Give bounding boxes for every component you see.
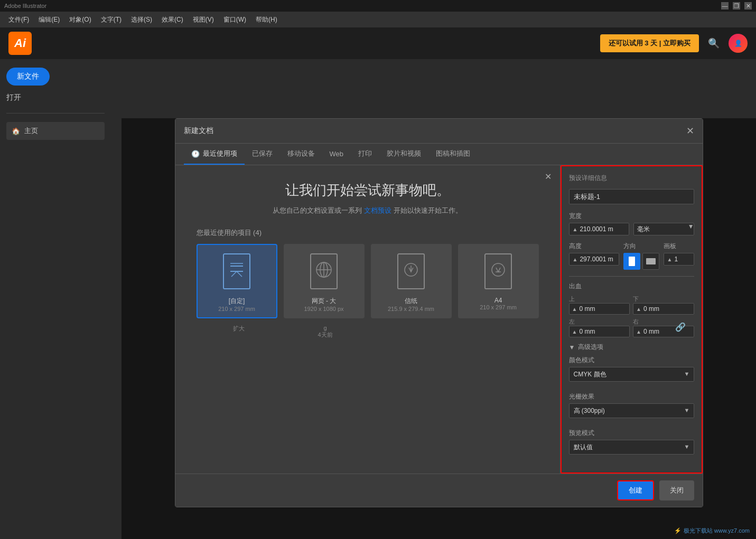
height-orient-row: 高度 ▲ 方向 — [569, 242, 694, 270]
width-input[interactable] — [580, 225, 626, 233]
a4-item-name: A4 — [494, 297, 502, 304]
tab-saved[interactable]: 已保存 — [245, 144, 280, 165]
recent-item-letter[interactable]: 信纸 215.9 x 279.4 mm — [371, 244, 452, 318]
artboard-input[interactable] — [675, 256, 690, 263]
left-panel-close-button[interactable]: ✕ — [545, 172, 552, 182]
svg-line-5 — [237, 271, 242, 277]
width-arrow-up[interactable]: ▲ — [573, 226, 578, 232]
bleed-bottom-arrow[interactable]: ▲ — [636, 306, 641, 312]
bleed-top-input[interactable] — [579, 305, 627, 313]
avatar[interactable]: 👤 — [729, 34, 748, 53]
advanced-section: ▼ 高级选项 颜色模式 CMYK 颜色 RGB 颜色 ▼ 光栅效果 — [569, 343, 694, 460]
dialog-close-x-button[interactable]: ✕ — [686, 125, 694, 137]
bleed-left-arrow[interactable]: ▲ — [572, 329, 577, 335]
width-unit-select[interactable]: 毫米 厘米 像素 英寸 — [633, 223, 694, 235]
tab-print[interactable]: 打印 — [351, 144, 379, 165]
advanced-header[interactable]: ▼ 高级选项 — [569, 343, 694, 352]
item1-bottom-label: 扩大 — [199, 325, 279, 333]
new-file-button[interactable]: 新文件 — [6, 68, 50, 86]
recent-grid: [自定] 210 x 297 mm — [197, 244, 539, 318]
raster-select[interactable]: 高 (300ppi) 中 (150ppi) 低 (72ppi) — [569, 403, 694, 418]
height-arrow-up[interactable]: ▲ — [573, 257, 578, 262]
sidebar-divider — [6, 113, 105, 114]
restore-button[interactable]: ❐ — [733, 2, 740, 10]
item2-bottom-label: g — [285, 325, 366, 331]
bleed-top-label: 上 — [569, 295, 630, 303]
menu-file[interactable]: 文件(F) — [4, 13, 33, 26]
recent-item-webpage[interactable]: 网页 - 大 1920 x 1080 px — [284, 244, 365, 318]
minimize-button[interactable]: — — [721, 2, 729, 10]
raster-select-wrap: 高 (300ppi) 中 (150ppi) 低 (72ppi) ▼ — [569, 403, 694, 423]
menu-view[interactable]: 视图(V) — [189, 13, 218, 26]
artboard-section: 画板 ▲ — [664, 242, 694, 270]
open-button[interactable]: 打开 — [6, 91, 105, 105]
dialog-body: ✕ 让我们开始尝试新事物吧。 从您自己的文档设置或一系列 文档预设 开始以快速开… — [175, 165, 703, 474]
height-label: 高度 — [569, 242, 619, 251]
sub-text-suffix: 开始以快速开始工作。 — [394, 206, 462, 214]
sidebar-item-home[interactable]: 🏠 主页 — [6, 122, 105, 140]
landscape-button[interactable] — [642, 253, 659, 270]
recent-label: 您最近使用的项目 (4) — [197, 228, 539, 238]
menu-select[interactable]: 选择(S) — [127, 13, 156, 26]
menu-help[interactable]: 帮助(H) — [251, 13, 282, 26]
watermark: ⚡ 极光下载站 www.yz7.com — [674, 527, 750, 535]
close-window-button[interactable]: ✕ — [744, 2, 752, 10]
bleed-bottom-input[interactable] — [643, 305, 691, 313]
link-bleed-icon[interactable]: 🔗 — [675, 322, 686, 332]
tab-illustration[interactable]: 图稿和插图 — [428, 144, 478, 165]
menu-window[interactable]: 窗口(W) — [219, 13, 250, 26]
webpage-doc-icon — [303, 250, 345, 292]
custom-item-name: [自定] — [229, 297, 245, 306]
recent-item-custom[interactable]: [自定] 210 x 297 mm — [197, 244, 277, 318]
letter-item-name: 信纸 — [405, 297, 417, 306]
portrait-button[interactable] — [623, 253, 640, 270]
sub-text-prefix: 从您自己的文档设置或一系列 — [273, 206, 362, 214]
bleed-left-input[interactable] — [579, 328, 627, 335]
orientation-section: 方向 — [623, 242, 659, 270]
height-input[interactable] — [580, 256, 615, 263]
tab-recent[interactable]: 🕐 最近使用项 — [184, 144, 245, 165]
menu-edit[interactable]: 编辑(E) — [34, 13, 64, 26]
sub-text: 从您自己的文档设置或一系列 文档预设 开始以快速开始工作。 — [197, 206, 539, 215]
trial-button[interactable]: 还可以试用 3 天 | 立即购买 — [600, 34, 699, 52]
tab-web[interactable]: Web — [322, 144, 351, 165]
menu-bar: 文件(F) 编辑(E) 对象(O) 文字(T) 选择(S) 效果(C) 视图(V… — [0, 12, 756, 27]
bleed-left-label: 左 — [569, 318, 630, 326]
portrait-icon — [628, 256, 636, 267]
preview-select-wrap: 默认值 像素 叠印 ▼ — [569, 440, 694, 460]
bleed-left-input-row: ▲ — [569, 326, 630, 337]
app-bar: Ai 还可以试用 3 天 | 立即购买 🔍 👤 — [0, 27, 756, 59]
bleed-bottom-label: 下 — [633, 295, 694, 303]
landscape-icon — [646, 257, 656, 266]
artboard-arrow-up[interactable]: ▲ — [667, 257, 673, 262]
menu-object[interactable]: 对象(O) — [65, 13, 95, 26]
preview-label: 预览模式 — [569, 429, 694, 438]
tab-mobile[interactable]: 移动设备 — [280, 144, 322, 165]
bleed-top-arrow[interactable]: ▲ — [572, 306, 577, 312]
doc-presets-link[interactable]: 文档预设 — [364, 206, 391, 214]
dialog-header: 新建文档 ✕ — [175, 119, 703, 144]
bleed-right-arrow[interactable]: ▲ — [636, 329, 641, 335]
svg-line-4 — [231, 271, 237, 277]
search-button[interactable]: 🔍 — [705, 35, 722, 52]
color-mode-label: 颜色模式 — [569, 356, 694, 365]
tab-film-video[interactable]: 胶片和视频 — [379, 144, 428, 165]
custom-item-size: 210 x 297 mm — [218, 306, 255, 312]
bleed-bottom-input-row: ▲ — [633, 303, 694, 315]
dialog-overlay: 新建文档 ✕ 🕐 最近使用项 已保存 移动设备 Web 打印 胶片和视频 图稿和… — [122, 118, 756, 539]
app-name-small: Adobe Illustrator — [4, 3, 46, 9]
preview-select[interactable]: 默认值 像素 叠印 — [569, 440, 694, 455]
close-dialog-button[interactable]: 关闭 — [659, 480, 694, 500]
color-mode-select[interactable]: CMYK 颜色 RGB 颜色 — [569, 367, 694, 382]
webpage-item-size: 1920 x 1080 px — [304, 306, 343, 312]
menu-text[interactable]: 文字(T) — [97, 13, 126, 26]
bleed-label: 出血 — [569, 282, 694, 291]
app-logo: Ai — [8, 32, 32, 55]
recent-item-a4[interactable]: A4 210 x 297 mm — [458, 244, 539, 318]
svg-rect-17 — [646, 258, 656, 264]
webpage-item-name: 网页 - 大 — [312, 297, 337, 306]
create-button[interactable]: 创建 — [617, 480, 654, 500]
doc-name-input[interactable] — [569, 189, 694, 204]
home-label: 主页 — [24, 126, 38, 136]
menu-effect[interactable]: 效果(C) — [157, 13, 188, 26]
